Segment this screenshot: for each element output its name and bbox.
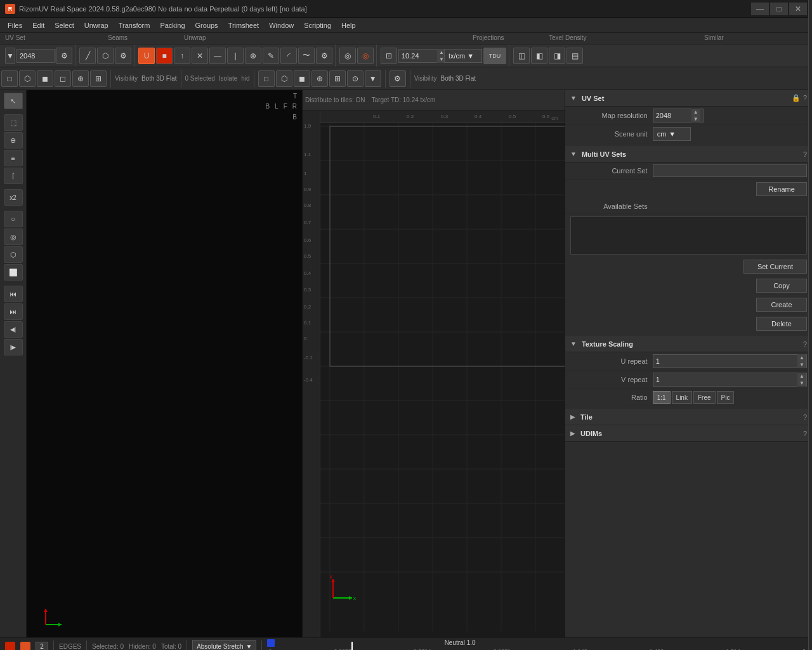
status-num-btn[interactable]: 2 <box>36 642 48 651</box>
seam-lasso-btn[interactable]: ⬡ <box>97 48 114 64</box>
close-button[interactable]: ✕ <box>789 3 807 15</box>
menu-edit[interactable]: Edit <box>27 20 49 30</box>
v-repeat-input[interactable] <box>653 375 797 385</box>
sidebar-btn-brush[interactable]: ⌈ <box>4 168 23 184</box>
uvset-section-header[interactable]: ▼ UV Set 🔒 ? <box>565 90 812 107</box>
tile-section-header[interactable]: ▶ Tile ? <box>565 409 812 425</box>
uv-grid-area[interactable]: x y <box>320 123 565 637</box>
sidebar-btn-prev-frame[interactable]: ⏮ <box>4 286 23 302</box>
u-repeat-down[interactable]: ▼ <box>797 361 806 368</box>
3d-scale-btn[interactable]: ⊞ <box>90 70 107 87</box>
u-repeat-up[interactable]: ▲ <box>797 354 806 361</box>
panel-resize-handle[interactable] <box>808 90 812 637</box>
minimize-button[interactable]: — <box>751 3 769 15</box>
unwrap-cross-btn[interactable]: ✕ <box>192 48 208 64</box>
menu-scripting[interactable]: Scripting <box>299 20 336 30</box>
u-repeat-spinbox[interactable]: ▲ ▼ <box>653 354 807 368</box>
map-res-up[interactable]: ▲ <box>691 109 700 116</box>
uv-toggle-btn[interactable]: □ <box>258 70 275 87</box>
multi-uvsets-help-icon[interactable]: ? <box>803 150 807 158</box>
maximize-button[interactable]: □ <box>770 3 788 15</box>
sidebar-btn-next-item[interactable]: |▶ <box>4 339 23 355</box>
udims-help-icon[interactable]: ? <box>803 430 807 437</box>
sim-btn3[interactable]: ◨ <box>549 48 565 64</box>
uvset-dropdown-btn[interactable]: ▼ <box>5 48 15 64</box>
sidebar-btn-circle[interactable]: ○ <box>4 211 23 227</box>
menu-help[interactable]: Help <box>336 20 361 30</box>
menu-files[interactable]: Files <box>3 20 27 30</box>
texel-tdu-btn[interactable]: TDU <box>483 48 506 64</box>
seam-settings-btn[interactable]: ⚙ <box>115 48 131 64</box>
sidebar-btn-prev-item[interactable]: ◀| <box>4 321 23 338</box>
ratio-link-btn[interactable]: Link <box>672 391 692 404</box>
create-button[interactable]: Create <box>756 298 807 312</box>
select-tool-btn[interactable]: ↖ <box>4 93 23 109</box>
sim-btn1[interactable]: ◫ <box>513 48 530 64</box>
map-resolution-spinbox[interactable]: ▲ ▼ <box>653 109 704 123</box>
menu-window[interactable]: Window <box>264 20 299 30</box>
uv-snap-btn[interactable]: ⊙ <box>347 70 363 87</box>
titlebar-controls[interactable]: — □ ✕ <box>751 3 807 15</box>
uv-move-btn[interactable]: ⊕ <box>311 70 328 87</box>
sidebar-btn-hex[interactable]: ⬡ <box>4 246 23 263</box>
sim-btn2[interactable]: ◧ <box>531 48 547 64</box>
unwrap-curve-btn[interactable]: ◜ <box>280 48 297 64</box>
available-sets-area[interactable] <box>570 216 807 255</box>
unwrap-stop-btn[interactable]: ■ <box>156 48 173 64</box>
current-set-input[interactable] <box>653 164 807 177</box>
uv-scale-btn[interactable]: ⊞ <box>329 70 346 87</box>
proj-target-btn[interactable]: ◎ <box>357 48 374 64</box>
tile-help-icon[interactable]: ? <box>803 413 807 421</box>
copy-button[interactable]: Copy <box>756 279 807 293</box>
uvset-settings-btn[interactable]: ⚙ <box>56 48 72 64</box>
unwrap-arrows-btn[interactable]: ↑ <box>174 48 190 64</box>
ratio-11-btn[interactable]: 1:1 <box>653 391 671 404</box>
menu-trimsheet[interactable]: Trimsheet <box>223 20 265 30</box>
texel-unit-dropdown[interactable]: tx/cm ▼ <box>444 49 482 63</box>
seam-brush-btn[interactable]: ╱ <box>79 48 96 64</box>
u-repeat-input[interactable] <box>653 356 797 366</box>
sidebar-btn-ring[interactable]: ◎ <box>4 229 23 245</box>
uv-settings-btn[interactable]: ⚙ <box>390 70 406 87</box>
menu-transform[interactable]: Transform <box>114 20 155 30</box>
3d-viewport[interactable]: T B L F R B <box>27 90 303 637</box>
unwrap-pen-btn[interactable]: ✎ <box>263 48 279 64</box>
sidebar-btn-x2[interactable]: x2 <box>4 189 23 206</box>
menu-groups[interactable]: Groups <box>190 20 223 30</box>
map-res-down[interactable]: ▼ <box>691 116 700 123</box>
status-orange-btn[interactable] <box>20 642 30 651</box>
udims-section-header[interactable]: ▶ UDIMs ? <box>565 425 812 442</box>
uvset-resolution-input[interactable] <box>17 51 55 61</box>
delete-button[interactable]: Delete <box>756 317 807 331</box>
sidebar-btn-next-frame[interactable]: ⏭ <box>4 303 23 320</box>
v-repeat-spinbox[interactable]: ▲ ▼ <box>653 373 807 387</box>
unwrap-tune-btn[interactable]: ⚙ <box>316 48 332 64</box>
uvset-resolution-spinbox[interactable]: ▲ ▼ <box>16 49 55 63</box>
multi-uvsets-header[interactable]: ▼ Multi UV Sets ? <box>565 146 812 162</box>
sidebar-btn-select-rect[interactable]: ⬚ <box>4 114 23 131</box>
unwrap-dash-btn[interactable]: — <box>209 48 226 64</box>
menu-select[interactable]: Select <box>49 20 79 30</box>
menu-packing[interactable]: Packing <box>155 20 190 30</box>
proj-sphere-btn[interactable]: ◎ <box>339 48 356 64</box>
texture-scaling-help-icon[interactable]: ? <box>803 340 807 348</box>
v-repeat-up[interactable]: ▲ <box>797 373 806 380</box>
uv-view-btn[interactable]: ⬡ <box>276 70 292 87</box>
sidebar-btn-unwrap[interactable]: ≡ <box>4 150 23 166</box>
sidebar-btn-transform[interactable]: ⊕ <box>4 132 23 149</box>
ratio-pic-btn[interactable]: Pic <box>717 391 735 404</box>
3d-toggle-btn[interactable]: □ <box>1 70 18 87</box>
set-current-button[interactable]: Set Current <box>743 260 807 274</box>
uv-viewport[interactable]: Distribute to tiles: ON Target TD: 10.24… <box>303 90 565 637</box>
sidebar-btn-cube[interactable]: ⬜ <box>4 264 23 281</box>
stretch-mode-dropdown[interactable]: Absolute Stretch ▼ <box>192 640 256 651</box>
texture-scaling-header[interactable]: ▼ Texture Scaling ? <box>565 336 812 352</box>
unwrap-unfold-btn[interactable]: U <box>138 48 155 64</box>
3d-wire-btn[interactable]: ◻ <box>55 70 71 87</box>
ratio-free-btn[interactable]: Free <box>693 391 716 404</box>
map-resolution-input[interactable] <box>653 110 691 121</box>
menu-unwrap[interactable]: Unwrap <box>79 20 114 30</box>
unwrap-wave-btn[interactable]: 〜 <box>298 48 315 64</box>
3d-move-btn[interactable]: ⊕ <box>72 70 89 87</box>
uv-solid-btn[interactable]: ◼ <box>294 70 310 87</box>
